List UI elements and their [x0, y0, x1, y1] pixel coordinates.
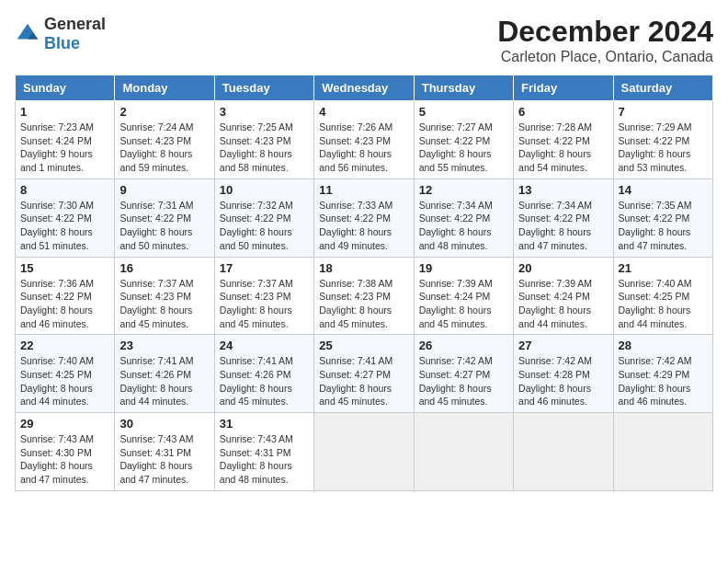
- calendar-cell: 21 Sunrise: 7:40 AM Sunset: 4:25 PM Dayl…: [613, 257, 712, 335]
- calendar-cell: 12 Sunrise: 7:34 AM Sunset: 4:22 PM Dayl…: [414, 178, 513, 257]
- calendar-cell: [514, 413, 613, 491]
- day-info: Sunrise: 7:39 AM Sunset: 4:24 PM Dayligh…: [419, 277, 508, 331]
- day-info: Sunrise: 7:31 AM Sunset: 4:22 PM Dayligh…: [119, 199, 209, 253]
- day-number: 4: [319, 105, 408, 119]
- logo: General Blue: [15, 15, 106, 53]
- day-number: 6: [518, 105, 608, 119]
- day-number: 27: [518, 339, 608, 352]
- col-wednesday: Wednesday: [314, 75, 414, 101]
- day-number: 11: [319, 183, 408, 197]
- day-number: 22: [20, 339, 109, 352]
- page-title: December 2024: [497, 15, 713, 49]
- day-number: 31: [220, 417, 309, 431]
- calendar-cell: 2 Sunrise: 7:24 AM Sunset: 4:23 PM Dayli…: [115, 101, 214, 179]
- col-thursday: Thursday: [414, 75, 513, 101]
- day-number: 8: [20, 183, 109, 197]
- day-number: 18: [319, 261, 408, 275]
- col-saturday: Saturday: [613, 75, 712, 101]
- calendar-week-2: 8 Sunrise: 7:30 AM Sunset: 4:22 PM Dayli…: [16, 178, 713, 257]
- day-number: 20: [518, 261, 608, 275]
- col-monday: Monday: [115, 75, 214, 101]
- calendar-body: 1 Sunrise: 7:23 AM Sunset: 4:24 PM Dayli…: [16, 101, 713, 491]
- day-number: 1: [20, 105, 109, 119]
- day-info: Sunrise: 7:41 AM Sunset: 4:26 PM Dayligh…: [220, 354, 309, 408]
- day-info: Sunrise: 7:36 AM Sunset: 4:22 PM Dayligh…: [20, 277, 109, 331]
- day-info: Sunrise: 7:42 AM Sunset: 4:29 PM Dayligh…: [619, 354, 708, 408]
- day-info: Sunrise: 7:24 AM Sunset: 4:23 PM Dayligh…: [119, 121, 209, 175]
- day-number: 25: [319, 339, 408, 352]
- col-tuesday: Tuesday: [214, 75, 313, 101]
- calendar-cell: [414, 413, 513, 491]
- calendar-cell: 30 Sunrise: 7:43 AM Sunset: 4:31 PM Dayl…: [115, 413, 214, 491]
- day-info: Sunrise: 7:33 AM Sunset: 4:22 PM Dayligh…: [319, 199, 408, 253]
- calendar-cell: 5 Sunrise: 7:27 AM Sunset: 4:22 PM Dayli…: [414, 101, 513, 179]
- header-row: Sunday Monday Tuesday Wednesday Thursday…: [16, 75, 713, 101]
- header: General Blue December 2024 Carleton Plac…: [15, 15, 713, 65]
- day-info: Sunrise: 7:34 AM Sunset: 4:22 PM Dayligh…: [518, 199, 608, 253]
- calendar-week-5: 29 Sunrise: 7:43 AM Sunset: 4:30 PM Dayl…: [16, 413, 713, 491]
- day-info: Sunrise: 7:27 AM Sunset: 4:22 PM Dayligh…: [419, 121, 508, 175]
- day-number: 9: [119, 183, 209, 197]
- day-info: Sunrise: 7:42 AM Sunset: 4:27 PM Dayligh…: [419, 354, 508, 408]
- calendar-cell: 27 Sunrise: 7:42 AM Sunset: 4:28 PM Dayl…: [514, 335, 613, 413]
- calendar-cell: 23 Sunrise: 7:41 AM Sunset: 4:26 PM Dayl…: [115, 335, 214, 413]
- calendar-cell: 10 Sunrise: 7:32 AM Sunset: 4:22 PM Dayl…: [214, 178, 313, 257]
- calendar-cell: 9 Sunrise: 7:31 AM Sunset: 4:22 PM Dayli…: [115, 178, 214, 257]
- day-info: Sunrise: 7:43 AM Sunset: 4:31 PM Dayligh…: [220, 432, 309, 487]
- col-sunday: Sunday: [16, 75, 115, 101]
- col-friday: Friday: [514, 75, 613, 101]
- title-area: December 2024 Carleton Place, Ontario, C…: [497, 15, 713, 65]
- calendar-cell: 20 Sunrise: 7:39 AM Sunset: 4:24 PM Dayl…: [514, 257, 613, 335]
- day-info: Sunrise: 7:29 AM Sunset: 4:22 PM Dayligh…: [619, 121, 708, 175]
- day-number: 2: [119, 105, 209, 119]
- day-info: Sunrise: 7:40 AM Sunset: 4:25 PM Dayligh…: [20, 354, 109, 408]
- page-subtitle: Carleton Place, Ontario, Canada: [497, 49, 713, 65]
- calendar-cell: 15 Sunrise: 7:36 AM Sunset: 4:22 PM Dayl…: [16, 257, 115, 335]
- day-info: Sunrise: 7:40 AM Sunset: 4:25 PM Dayligh…: [619, 277, 708, 331]
- day-info: Sunrise: 7:38 AM Sunset: 4:23 PM Dayligh…: [319, 277, 408, 331]
- calendar-cell: 4 Sunrise: 7:26 AM Sunset: 4:23 PM Dayli…: [314, 101, 414, 179]
- day-info: Sunrise: 7:28 AM Sunset: 4:22 PM Dayligh…: [518, 121, 608, 175]
- calendar-cell: 1 Sunrise: 7:23 AM Sunset: 4:24 PM Dayli…: [16, 101, 115, 179]
- calendar-week-3: 15 Sunrise: 7:36 AM Sunset: 4:22 PM Dayl…: [16, 257, 713, 335]
- calendar-cell: 6 Sunrise: 7:28 AM Sunset: 4:22 PM Dayli…: [514, 101, 613, 179]
- calendar-week-4: 22 Sunrise: 7:40 AM Sunset: 4:25 PM Dayl…: [16, 335, 713, 413]
- calendar-week-1: 1 Sunrise: 7:23 AM Sunset: 4:24 PM Dayli…: [16, 101, 713, 179]
- day-info: Sunrise: 7:34 AM Sunset: 4:22 PM Dayligh…: [419, 199, 508, 253]
- day-number: 15: [20, 261, 109, 275]
- day-number: 13: [518, 183, 608, 197]
- calendar-cell: 17 Sunrise: 7:37 AM Sunset: 4:23 PM Dayl…: [214, 257, 313, 335]
- calendar-cell: 28 Sunrise: 7:42 AM Sunset: 4:29 PM Dayl…: [613, 335, 712, 413]
- day-info: Sunrise: 7:42 AM Sunset: 4:28 PM Dayligh…: [518, 354, 608, 408]
- calendar-cell: 7 Sunrise: 7:29 AM Sunset: 4:22 PM Dayli…: [613, 101, 712, 179]
- calendar-cell: 19 Sunrise: 7:39 AM Sunset: 4:24 PM Dayl…: [414, 257, 513, 335]
- day-info: Sunrise: 7:41 AM Sunset: 4:27 PM Dayligh…: [319, 354, 408, 408]
- day-info: Sunrise: 7:41 AM Sunset: 4:26 PM Dayligh…: [119, 354, 209, 408]
- day-info: Sunrise: 7:37 AM Sunset: 4:23 PM Dayligh…: [119, 277, 209, 331]
- calendar-cell: 16 Sunrise: 7:37 AM Sunset: 4:23 PM Dayl…: [115, 257, 214, 335]
- day-info: Sunrise: 7:25 AM Sunset: 4:23 PM Dayligh…: [220, 121, 309, 175]
- calendar-cell: [314, 413, 414, 491]
- calendar-cell: 3 Sunrise: 7:25 AM Sunset: 4:23 PM Dayli…: [214, 101, 313, 179]
- calendar-cell: 13 Sunrise: 7:34 AM Sunset: 4:22 PM Dayl…: [514, 178, 613, 257]
- day-info: Sunrise: 7:30 AM Sunset: 4:22 PM Dayligh…: [20, 199, 109, 253]
- day-info: Sunrise: 7:43 AM Sunset: 4:31 PM Dayligh…: [119, 432, 209, 487]
- calendar-cell: 8 Sunrise: 7:30 AM Sunset: 4:22 PM Dayli…: [16, 178, 115, 257]
- day-number: 17: [220, 261, 309, 275]
- day-number: 10: [220, 183, 309, 197]
- calendar-cell: 11 Sunrise: 7:33 AM Sunset: 4:22 PM Dayl…: [314, 178, 414, 257]
- logo-blue: Blue: [44, 34, 80, 52]
- day-number: 3: [220, 105, 309, 119]
- day-number: 19: [419, 261, 508, 275]
- day-number: 14: [619, 183, 708, 197]
- day-number: 7: [619, 105, 708, 119]
- day-info: Sunrise: 7:23 AM Sunset: 4:24 PM Dayligh…: [20, 121, 109, 175]
- day-info: Sunrise: 7:43 AM Sunset: 4:30 PM Dayligh…: [20, 432, 109, 487]
- calendar-cell: [613, 413, 712, 491]
- calendar-cell: 14 Sunrise: 7:35 AM Sunset: 4:22 PM Dayl…: [613, 178, 712, 257]
- calendar-cell: 22 Sunrise: 7:40 AM Sunset: 4:25 PM Dayl…: [16, 335, 115, 413]
- day-number: 24: [220, 339, 309, 352]
- day-number: 5: [419, 105, 508, 119]
- logo-icon: [15, 21, 40, 47]
- day-info: Sunrise: 7:37 AM Sunset: 4:23 PM Dayligh…: [220, 277, 309, 331]
